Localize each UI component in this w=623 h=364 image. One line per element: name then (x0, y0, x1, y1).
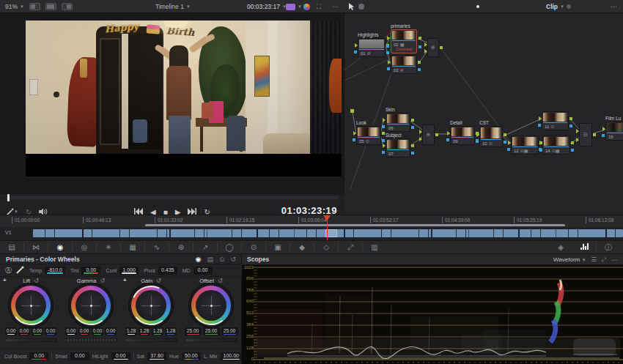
layer-mixer-node[interactable]: ⊟ (579, 123, 592, 146)
scope-expand-icon[interactable]: ⤢ (602, 256, 606, 264)
playhead-marker[interactable] (323, 215, 331, 221)
color-match-icon[interactable]: ⋈ (24, 243, 48, 251)
cursor-tool-button[interactable] (348, 0, 355, 13)
node-15-film-lut[interactable]: Film Lu 15 (605, 116, 623, 141)
midtone-detail-value[interactable]: 0.00 (193, 267, 213, 275)
hdr-wheels-icon[interactable]: ◎ (73, 243, 96, 251)
offset-master-slider[interactable] (185, 338, 237, 342)
tint-value[interactable]: 0.00 (81, 267, 100, 275)
reset-icon[interactable]: ↺ (100, 278, 105, 284)
camera-raw-icon[interactable]: ▤ (0, 243, 23, 251)
blur-icon[interactable]: ◆ (290, 243, 314, 251)
node-color-chip[interactable] (358, 0, 364, 13)
gamma-green-value[interactable]: 0.00 (92, 327, 103, 335)
node-11[interactable]: 11⊙ (542, 111, 569, 130)
timeline-selector[interactable]: Timeline 1▼ (155, 0, 191, 13)
hue-value[interactable]: 50.00 (182, 352, 201, 360)
tracker-icon[interactable]: ⊙ (242, 243, 265, 251)
gain-green-value[interactable]: 1.28 (152, 327, 163, 335)
stereo-3d-icon[interactable]: ▥ (363, 243, 386, 251)
power-window-icon[interactable]: ◯ (218, 243, 241, 251)
magic-mask-icon[interactable]: ▣ (266, 243, 290, 251)
gamma-master-value[interactable]: 0.00 (65, 327, 77, 335)
saturation-value[interactable]: 37.80 (147, 352, 166, 360)
lift-master-slider[interactable] (4, 338, 57, 342)
viewer-options-menu[interactable]: ⋯ (332, 0, 339, 13)
node-14[interactable]: 14⊙▦ (542, 135, 570, 155)
temp-value[interactable]: -810.0 (45, 267, 65, 275)
color-boost-value[interactable]: 0.00 (29, 352, 48, 360)
gamma-wheel[interactable] (71, 286, 111, 325)
bars-mode-icon[interactable]: ▤ (207, 256, 213, 263)
scope-mode-dropdown[interactable]: Waveform ▼ (553, 256, 586, 263)
curves-icon[interactable]: ∿ (145, 243, 169, 251)
node-05-look[interactable]: Look 05⊙ (356, 120, 381, 145)
offset-red-value[interactable]: 25.00 (185, 327, 202, 335)
node-01-highlights[interactable]: Highlights 01⊘ (358, 32, 386, 57)
motion-effects-icon[interactable]: ▦ (121, 243, 144, 251)
gain-master-value[interactable]: 1.28 (125, 327, 137, 335)
highlights-value[interactable]: 0.00 (111, 352, 130, 360)
gain-red-value[interactable]: 1.28 (139, 327, 150, 335)
reset-icon[interactable]: ↺ (34, 278, 39, 284)
lift-red-value[interactable]: 0.00 (18, 327, 30, 335)
info-icon[interactable]: ⓘ (597, 242, 620, 253)
sizing-icon[interactable]: ⤢ (339, 243, 362, 252)
timeline-ruler[interactable]: 01:00:00:00 01:00:46:13 01:01:33:02 01:0… (0, 215, 623, 227)
gain-wheel[interactable] (131, 286, 171, 325)
split-view-button[interactable] (62, 3, 73, 10)
lift-master-value[interactable]: 0.00 (5, 327, 17, 335)
color-warper-icon[interactable]: ⊛ (169, 243, 193, 251)
jog-handle[interactable] (7, 194, 10, 201)
shadows-value[interactable]: 0.00 (70, 352, 89, 360)
color-wheels-icon[interactable]: ◉ (48, 243, 72, 251)
gamma-master-slider[interactable] (64, 338, 117, 342)
offset-blue-value[interactable]: 25.00 (221, 327, 238, 335)
scopes-icon[interactable] (572, 243, 596, 251)
gain-master-slider[interactable] (125, 338, 177, 342)
node-view-selector[interactable]: Clip▼ (546, 0, 571, 13)
rgb-mixer-icon[interactable]: ✳ (97, 243, 120, 251)
scope-settings-icon[interactable]: ☰ (591, 256, 596, 263)
wheels-mode-icon[interactable]: ◉ (196, 256, 202, 263)
auto-balance-icon[interactable]: Ⓐ (5, 266, 12, 275)
reset-icon[interactable]: ↺ (218, 278, 223, 284)
white-balance-picker-icon[interactable] (16, 266, 24, 275)
parallel-mixer-node-2[interactable]: ⊕ (422, 125, 435, 145)
lift-green-value[interactable]: 0.00 (32, 327, 43, 335)
ellipsis-icon[interactable]: ⋯ (611, 256, 619, 264)
key-icon[interactable]: ◇ (314, 243, 338, 251)
node-03[interactable]: 03⊘ (391, 55, 417, 74)
lightbox-icon[interactable]: ◈ (549, 243, 572, 251)
gamma-red-value[interactable]: 0.00 (78, 327, 90, 335)
gamma-blue-value[interactable]: 0.00 (105, 327, 117, 335)
lift-blue-value[interactable]: 0.00 (45, 327, 56, 335)
timeline-zoom-range-bar[interactable] (145, 224, 565, 226)
color-management-button[interactable] (303, 0, 310, 13)
contrast-value[interactable]: 1.000 (119, 267, 139, 275)
node-06-skin[interactable]: Skin 06 (386, 107, 410, 132)
lightbox-view-button[interactable] (45, 3, 56, 10)
camera-raw-badge[interactable]: ▼ (286, 0, 302, 13)
viewer-jog-bar[interactable] (6, 196, 339, 199)
lift-wheel[interactable] (11, 286, 51, 325)
reset-all-icon[interactable]: ↺ (230, 256, 236, 263)
gallery-view-button[interactable] (29, 3, 40, 10)
qualifier-icon[interactable]: ↗ (193, 243, 217, 251)
node-options-menu[interactable]: ⋯ (611, 0, 618, 13)
node-12[interactable]: 12⊙▦ (511, 135, 539, 155)
offset-wheel[interactable] (191, 286, 231, 325)
viewer-timecode-dropdown[interactable]: 00:03:23:17▼ (247, 0, 287, 13)
gain-blue-value[interactable]: 1.28 (165, 327, 177, 335)
node-02-primaries[interactable]: primaries 02▦ Contrast (391, 23, 417, 53)
log-mode-icon[interactable]: ⊙ (219, 256, 225, 263)
offset-green-value[interactable]: 25.00 (203, 327, 220, 335)
lum-mix-value[interactable]: 100.00 (221, 352, 242, 360)
node-10-cst[interactable]: CST 10⊙ (479, 120, 503, 147)
viewer-zoom-dropdown[interactable]: 91%▼ (5, 0, 24, 13)
pivot-value[interactable]: 0.435 (158, 267, 177, 275)
node-09-detail[interactable]: Detail 09 (450, 120, 475, 145)
reset-icon[interactable]: ↺ (156, 278, 161, 284)
parallel-mixer-node[interactable]: ⊕ (427, 38, 439, 57)
expand-viewer-button[interactable]: ⛶ (317, 0, 321, 13)
